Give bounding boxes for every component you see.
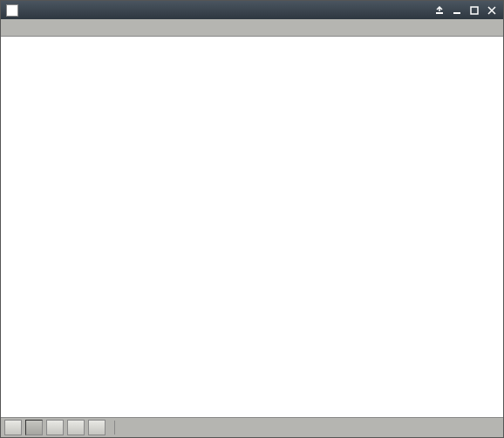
plot-area[interactable] (1, 37, 503, 417)
divider (114, 421, 115, 435)
titlebar[interactable] (1, 1, 503, 19)
minimize-icon[interactable] (451, 4, 463, 17)
maximize-icon[interactable] (468, 4, 480, 17)
tool-rotate[interactable] (67, 420, 85, 435)
svg-rect-1 (453, 12, 460, 14)
window-icon (6, 4, 18, 17)
menubar (1, 19, 503, 36)
tool-autoscale[interactable] (4, 420, 22, 435)
close-icon[interactable] (486, 4, 498, 17)
figure-window (0, 0, 504, 438)
svg-rect-2 (471, 7, 478, 14)
svg-rect-0 (436, 12, 443, 14)
statusbar (1, 417, 503, 437)
restore-icon[interactable] (433, 4, 446, 17)
tool-help[interactable] (88, 420, 106, 435)
tool-grid[interactable] (25, 420, 43, 435)
window-controls (433, 4, 498, 17)
surface-plot[interactable] (1, 37, 503, 417)
tool-pan[interactable] (46, 420, 64, 435)
